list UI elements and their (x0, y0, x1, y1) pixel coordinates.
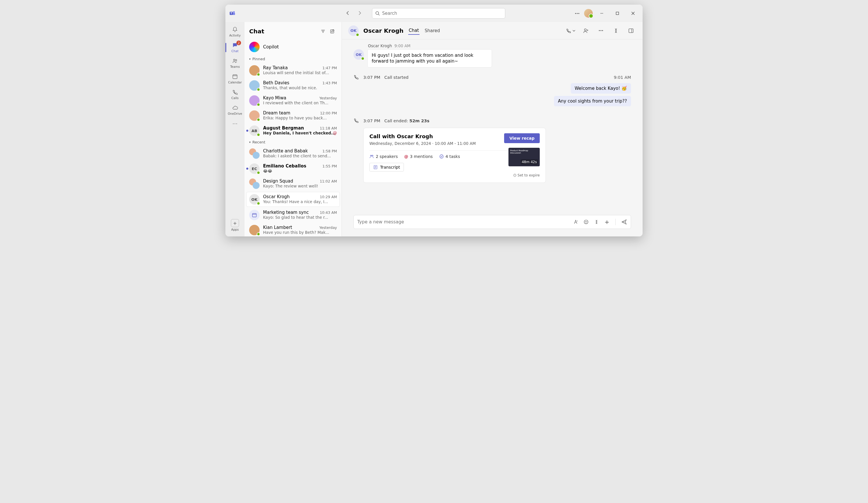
rail-calls[interactable]: Calls (225, 87, 245, 102)
settings-more-icon[interactable]: ⋯ (572, 9, 582, 18)
svg-point-4 (376, 12, 379, 14)
chat-item-avatar (249, 80, 260, 91)
add-people-button[interactable] (581, 25, 591, 36)
rail-label: OneDrive (228, 112, 242, 115)
conversation-avatar[interactable]: OK (348, 25, 359, 36)
search-box[interactable] (372, 8, 505, 19)
chat-item-time: 10:29 AM (320, 195, 337, 199)
chat-list-item[interactable]: Kayo MiwaYesterdayI reviewed with the cl… (245, 93, 342, 108)
chat-list-item[interactable]: OKOscar Krogh10:29 AMYou: Thanks! Have a… (246, 192, 340, 207)
system-time: 3:07 PM (363, 119, 380, 123)
copilot-pane-button[interactable] (611, 25, 621, 36)
chat-item-name: Dream team (263, 110, 320, 116)
rail-teams[interactable]: Teams (225, 55, 245, 71)
attach-button[interactable]: + (604, 219, 610, 225)
rail-more[interactable]: ⋯ (225, 118, 245, 129)
tab-shared[interactable]: Shared (424, 27, 441, 34)
chat-item-name: Charlotte and Babak (263, 148, 322, 154)
chat-list-item[interactable]: ABAugust Bergman11:18 AMHey Daniela, I h… (245, 123, 342, 138)
sender-avatar[interactable]: OK (353, 49, 364, 60)
svg-rect-20 (252, 214, 256, 217)
message-meta: Oscar Krogh 9:00 AM (368, 43, 631, 48)
rail-chat[interactable]: 2 Chat (225, 40, 245, 55)
rail-calendar[interactable]: Calendar (225, 71, 245, 86)
emoji-button[interactable] (583, 219, 589, 225)
chat-item-time: 1:58 PM (322, 149, 337, 153)
call-recap-card: Call with Oscar Krogh Wednesday, Decembe… (363, 128, 546, 183)
chat-item-name: Kayo Miwa (263, 95, 319, 101)
open-pane-button[interactable] (626, 25, 636, 36)
transcript-button[interactable]: Transcript (369, 163, 404, 172)
call-started-row: 3:07 PM Call started 9:01 AM (353, 74, 631, 80)
view-recap-button[interactable]: View recap (504, 133, 540, 143)
chat-list-item[interactable]: Beth Davies1:43 PMThanks, that would be … (245, 78, 342, 93)
message-bubble[interactable]: Any cool sights from your trip?? (554, 96, 631, 106)
chat-list-item[interactable]: ECEmiliano Ceballos1:55 PM😂😂 (245, 161, 342, 176)
chat-item-avatar (249, 225, 260, 235)
conversation-header: OK Oscar Krogh Chat Shared ⋯ (342, 22, 643, 39)
chat-list-item[interactable]: Design Squad11:02 AMKayo: The review wen… (245, 176, 342, 191)
chevron-down-icon: ▾ (249, 58, 251, 61)
filter-button[interactable] (318, 27, 328, 36)
recent-section-header[interactable]: ▾ Recent (245, 138, 342, 146)
pinned-list: Ray Tanaka1:47 PMLouisa will send the in… (245, 63, 342, 138)
recording-thumbnail[interactable]: Product Roadmap Discussion 48m 42s (508, 148, 540, 166)
nav-forward-button[interactable] (355, 8, 364, 18)
presence-indicator (356, 33, 359, 37)
chat-item-time: 1:43 PM (322, 81, 337, 85)
unread-indicator (246, 168, 248, 170)
phone-icon (231, 89, 238, 96)
svg-point-35 (584, 220, 588, 224)
window-close-button[interactable] (627, 9, 640, 18)
chat-item-avatar (249, 110, 260, 121)
chat-item-name: Kian Lambert (263, 225, 319, 230)
svg-rect-12 (233, 75, 237, 79)
rail-onedrive[interactable]: OneDrive (225, 103, 245, 117)
chat-item-time: Yesterday (319, 96, 337, 100)
chat-item-main: Design Squad11:02 AMKayo: The review wen… (263, 178, 337, 189)
search-input[interactable] (382, 11, 502, 16)
system-right-time: 9:01 AM (613, 75, 631, 80)
chat-item-time: 11:18 AM (320, 126, 337, 130)
window-minimize-button[interactable] (595, 9, 608, 18)
tab-chat[interactable]: Chat (408, 27, 420, 35)
chat-list-item[interactable]: Ray Tanaka1:47 PMLouisa will send the in… (245, 63, 342, 78)
composer-input[interactable] (357, 219, 572, 225)
teams-app-icon: T (228, 9, 236, 17)
new-chat-button[interactable] (328, 27, 337, 36)
svg-point-2 (233, 11, 235, 13)
chat-list-item[interactable]: Charlotte and Babak1:58 PMBabak: I asked… (245, 146, 342, 161)
svg-text:T: T (231, 12, 232, 15)
system-time: 3:07 PM (363, 75, 380, 80)
message-bubble[interactable]: Hi guys! I just got back from vacation a… (368, 49, 492, 68)
nav-back-button[interactable] (343, 8, 353, 18)
presence-indicator (361, 57, 364, 60)
send-button[interactable] (621, 219, 627, 225)
chat-item-preview: Erika: Happy to have you back... (263, 116, 337, 120)
rail-label: Teams (230, 65, 240, 68)
message-composer[interactable]: + (353, 215, 631, 229)
message-bubble[interactable]: Welcome back Kayo! 🥳 (571, 83, 631, 94)
more-options-button[interactable]: ⋯ (596, 25, 606, 36)
transcript-icon (373, 165, 378, 170)
chat-list-item[interactable]: Kian LambertYesterdayHave you run this b… (245, 223, 342, 236)
call-button[interactable] (566, 25, 576, 36)
titlebar: T ⋯ (225, 4, 643, 22)
rail-apps[interactable]: + Apps (231, 217, 239, 234)
pinned-section-header[interactable]: ▾ Pinned (245, 55, 342, 63)
mentions-stat: @3 mentions (404, 154, 433, 159)
copilot-compose-button[interactable] (593, 219, 600, 225)
chat-list-title: Chat (249, 28, 318, 35)
chat-list-item[interactable]: Dream team12:00 PMErika: Happy to have y… (245, 108, 342, 123)
format-button[interactable] (572, 219, 579, 225)
rail-label: Chat (231, 49, 239, 53)
rail-activity[interactable]: Activity (225, 24, 245, 39)
window-maximize-button[interactable] (611, 9, 624, 18)
svg-rect-25 (629, 29, 633, 32)
current-user-avatar[interactable] (584, 9, 593, 18)
chat-item-avatar: AB (249, 125, 260, 136)
chat-item-time: 1:47 PM (322, 66, 337, 70)
copilot-item[interactable]: Copilot (245, 39, 342, 55)
chat-item-time: 10:43 AM (320, 211, 337, 215)
chat-list-item[interactable]: Marketing team sync10:43 AMKayo: So glad… (245, 207, 342, 223)
